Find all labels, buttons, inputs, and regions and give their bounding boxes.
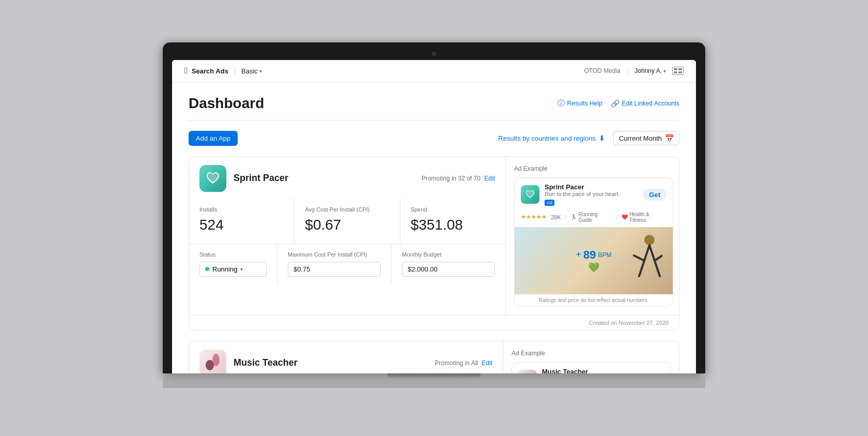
ad-app-info: Sprint Pacer Run to the pace of your hea… [545, 183, 638, 206]
user-dropdown[interactable]: Johnny A. ▾ [634, 67, 666, 74]
ad-stars: ★★★★★ [521, 214, 547, 220]
header-divider [189, 120, 679, 121]
cpi-stat: Avg Cost Per Install (CPI) $0.67 [295, 198, 399, 244]
sprint-pacer-card: Sprint Pacer Promoting in 32 of 70 Edit [189, 156, 679, 330]
ad-example-label: Ad Example [514, 165, 673, 172]
sprint-pacer-info: Sprint Pacer [199, 165, 288, 192]
ad-heart-icon [525, 189, 535, 200]
results-help-button[interactable]: ⓘ Results Help [557, 99, 602, 108]
laptop-base [163, 373, 705, 388]
monthly-budget-cell: Monthly Budget [392, 244, 505, 284]
sprint-pacer-status: Status Running ▾ [189, 244, 505, 284]
nav-divider [235, 67, 235, 75]
nav-right: OTOD Media | Johnny A. ▾ [584, 67, 684, 75]
installs-label: Installs [199, 206, 284, 213]
spend-stat: Spend $351.08 [400, 198, 505, 244]
sprint-pacer-body: Sprint Pacer Promoting in 32 of 70 Edit [189, 157, 679, 315]
heart-svg [205, 171, 221, 186]
music-teacher-edit-link[interactable]: Edit [482, 359, 492, 367]
status-value: Running [212, 265, 237, 273]
apple-logo-icon:  [184, 66, 188, 76]
bpm-value: + 89 BPM [576, 248, 611, 262]
person-silhouette [621, 232, 662, 289]
ad-app-name: Sprint Pacer [545, 183, 584, 191]
ad-tag-1-label: Running Guide [578, 212, 612, 223]
org-label: OTOD Media [584, 67, 620, 74]
edit-linked-accounts-button[interactable]: 🔗 Edit Linked Accounts [611, 99, 679, 108]
cpi-label: Avg Cost Per Install (CPI) [305, 206, 389, 213]
music-ad-header: Music Teacher Learn string instruments. … [512, 363, 670, 373]
music-ad-icon [518, 370, 537, 373]
top-nav:  Search Ads Basic ▾ OTOD Media | Johnny… [172, 60, 696, 83]
sprint-pacer-icon [199, 165, 226, 192]
ad-tag-2-label: Health & Fitness [629, 212, 667, 223]
cpi-value: $0.67 [305, 217, 389, 233]
max-cpi-input[interactable] [288, 262, 381, 277]
user-label: Johnny A. [634, 67, 662, 74]
created-date: Created on November 27, 2020 [189, 315, 679, 330]
music-ad-svg [522, 372, 533, 373]
ad-get-button[interactable]: Get [643, 189, 667, 201]
status-dot-icon [205, 267, 209, 271]
toolbar: Add an App Results by countries and regi… [189, 131, 679, 146]
max-cpi-cell: Maximum Cost Per Install (CPI) [277, 244, 391, 284]
music-teacher-ad-example: Ad Example [503, 341, 679, 373]
ad-rating-count: 28K [551, 214, 561, 220]
ad-preview-header: Sprint Pacer Run to the pace of your hea… [515, 178, 673, 212]
sprint-pacer-stats: Installs 524 Avg Cost Per Install (CPI) … [189, 198, 505, 244]
music-teacher-promoting: Promoting in All Edit [435, 359, 492, 367]
status-chevron-icon: ▾ [240, 266, 243, 272]
main-content: Dashboard ⓘ Results Help 🔗 Edit Linked A… [172, 83, 696, 373]
toolbar-right: Results by countries and regions ⬇ Curre… [498, 131, 679, 145]
nav-left:  Search Ads Basic ▾ [184, 66, 262, 76]
max-cpi-label: Maximum Cost Per Install (CPI) [288, 251, 381, 258]
sprint-pacer-left: Sprint Pacer Promoting in 32 of 70 Edit [189, 157, 506, 315]
laptop-notch [388, 373, 481, 379]
svg-point-0 [644, 235, 655, 245]
user-chevron-icon: ▾ [663, 68, 666, 74]
music-ad-example-label: Ad Example [512, 350, 671, 357]
question-icon: ⓘ [557, 99, 565, 108]
music-teacher-info: Music Teacher [199, 350, 298, 373]
heart-bpm-icon: 💚 [576, 262, 611, 273]
chevron-down-icon: ▾ [259, 68, 262, 74]
ad-tag-2: ❤️ Health & Fitness [622, 212, 667, 223]
sprint-pacer-edit-link[interactable]: Edit [484, 175, 495, 182]
monthly-budget-label: Monthly Budget [402, 251, 495, 258]
status-cell: Status Running ▾ [189, 244, 277, 284]
sprint-pacer-ad-example: Ad Example [506, 157, 679, 315]
plan-label: Basic [241, 67, 258, 75]
sprint-pacer-promoting: Promoting in 32 of 70 Edit [422, 175, 495, 182]
spend-label: Spend [411, 206, 495, 213]
ad-tag-1: 🏃 Running Guide [570, 212, 612, 223]
bpm-display: + 89 BPM 💚 [576, 248, 611, 273]
music-ad-info: Music Teacher Learn string instruments. … [542, 368, 635, 373]
status-label: Status [199, 251, 267, 258]
nav-separator: | [627, 67, 628, 75]
ad-app-subtitle: Run to the pace of your heart. [545, 191, 638, 197]
music-teacher-icon [199, 350, 226, 373]
music-teacher-card: Music Teacher Promoting in All Edit [189, 341, 679, 373]
music-teacher-left: Music Teacher Promoting in All Edit [189, 341, 503, 373]
page-title: Dashboard [189, 95, 264, 112]
layout-toggle-icon[interactable] [672, 67, 684, 75]
calendar-icon: 📅 [665, 134, 674, 142]
sprint-pacer-ad-preview: Sprint Pacer Run to the pace of your hea… [514, 177, 673, 307]
music-teacher-body: Music Teacher Promoting in All Edit [189, 341, 679, 373]
date-filter-dropdown[interactable]: Current Month 📅 [613, 131, 679, 145]
ad-badge: Ad [545, 200, 554, 206]
search-ads-label: Search Ads [192, 67, 228, 75]
status-dropdown[interactable]: Running ▾ [199, 262, 267, 277]
installs-stat: Installs 524 [189, 198, 294, 244]
monthly-budget-input[interactable] [402, 262, 495, 277]
add-app-button[interactable]: Add an App [189, 131, 238, 146]
edit-linked-label: Edit Linked Accounts [622, 100, 679, 107]
link-icon: 🔗 [611, 99, 619, 108]
ad-preview-icon [521, 185, 539, 204]
download-icon: ⬇ [599, 134, 605, 142]
plan-dropdown[interactable]: Basic ▾ [241, 67, 262, 75]
date-filter-label: Current Month [619, 134, 662, 142]
results-regions-button[interactable]: Results by countries and regions ⬇ [498, 134, 605, 142]
music-ad-name: Music Teacher [542, 368, 588, 373]
header-actions: ⓘ Results Help 🔗 Edit Linked Accounts [557, 99, 679, 108]
